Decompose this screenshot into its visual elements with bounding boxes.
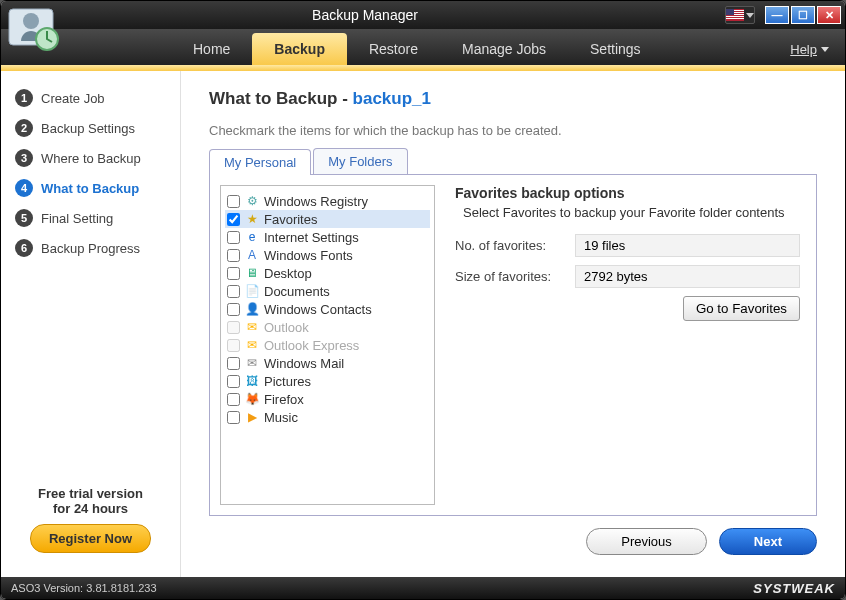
brand-text: SYSTWEAK (753, 581, 835, 596)
app-window: Backup Manager — ☐ ✕ Home Backup Restore… (0, 0, 846, 600)
svg-rect-9 (726, 9, 734, 15)
item-icon: 🖼 (244, 373, 260, 389)
go-to-favorites-button[interactable]: Go to Favorites (683, 296, 800, 321)
item-label: Internet Settings (264, 230, 359, 245)
backup-item-music[interactable]: ▶Music (225, 408, 430, 426)
item-icon: 📄 (244, 283, 260, 299)
body: 1Create Job2Backup Settings3Where to Bac… (1, 71, 845, 577)
step-number: 5 (15, 209, 33, 227)
item-icon: ✉ (244, 355, 260, 371)
page-instruction: Checkmark the items for which the backup… (209, 123, 817, 138)
favorites-count-label: No. of favorites: (455, 238, 575, 253)
backup-item-checkbox[interactable] (227, 357, 240, 370)
backup-item-outlook: ✉Outlook (225, 318, 430, 336)
favorites-count-value: 19 files (575, 234, 800, 257)
details-title: Favorites backup options (455, 185, 800, 201)
tab-restore[interactable]: Restore (347, 33, 440, 65)
page-heading: What to Backup - backup_1 (209, 89, 817, 109)
wizard-step-backup-settings[interactable]: 2Backup Settings (1, 113, 180, 143)
subtab-my-personal[interactable]: My Personal (209, 149, 311, 175)
backup-item-windows-registry[interactable]: ⚙Windows Registry (225, 192, 430, 210)
item-icon: 👤 (244, 301, 260, 317)
step-label: Backup Settings (41, 121, 135, 136)
register-button[interactable]: Register Now (30, 524, 151, 553)
step-number: 1 (15, 89, 33, 107)
app-logo-icon (7, 5, 67, 53)
maximize-button[interactable]: ☐ (791, 6, 815, 24)
main-panel: ⚙Windows Registry★FavoriteseInternet Set… (209, 174, 817, 516)
close-button[interactable]: ✕ (817, 6, 841, 24)
sidebar-footer: Free trial version for 24 hours Register… (1, 474, 180, 565)
backup-item-checkbox[interactable] (227, 249, 240, 262)
backup-item-favorites[interactable]: ★Favorites (225, 210, 430, 228)
item-label: Windows Fonts (264, 248, 353, 263)
wizard-step-where-to-backup[interactable]: 3Where to Backup (1, 143, 180, 173)
item-icon: ▶ (244, 409, 260, 425)
item-label: Windows Contacts (264, 302, 372, 317)
chevron-down-icon (821, 47, 829, 52)
sub-tabs: My Personal My Folders (209, 148, 817, 174)
tab-settings[interactable]: Settings (568, 33, 663, 65)
backup-item-pictures[interactable]: 🖼Pictures (225, 372, 430, 390)
item-label: Desktop (264, 266, 312, 281)
item-icon: A (244, 247, 260, 263)
item-icon: ⚙ (244, 193, 260, 209)
item-label: Favorites (264, 212, 317, 227)
backup-item-checkbox[interactable] (227, 213, 240, 226)
step-label: Final Setting (41, 211, 113, 226)
wizard-step-final-setting[interactable]: 5Final Setting (1, 203, 180, 233)
backup-item-windows-fonts[interactable]: AWindows Fonts (225, 246, 430, 264)
minimize-button[interactable]: — (765, 6, 789, 24)
backup-item-checkbox (227, 321, 240, 334)
item-icon: 🖥 (244, 265, 260, 281)
backup-item-desktop[interactable]: 🖥Desktop (225, 264, 430, 282)
details-pane: Favorites backup options Select Favorite… (449, 185, 806, 505)
backup-item-checkbox[interactable] (227, 375, 240, 388)
svg-point-1 (23, 13, 39, 29)
language-button[interactable] (725, 6, 755, 24)
backup-item-checkbox[interactable] (227, 231, 240, 244)
step-label: Where to Backup (41, 151, 141, 166)
backup-item-checkbox[interactable] (227, 393, 240, 406)
us-flag-icon (726, 9, 744, 21)
main-tabs: Home Backup Restore Manage Jobs Settings… (1, 29, 845, 65)
backup-item-checkbox[interactable] (227, 303, 240, 316)
wizard-step-what-to-backup[interactable]: 4What to Backup (1, 173, 180, 203)
backup-item-outlook-express: ✉Outlook Express (225, 336, 430, 354)
backup-item-windows-mail[interactable]: ✉Windows Mail (225, 354, 430, 372)
backup-item-firefox[interactable]: 🦊Firefox (225, 390, 430, 408)
favorites-size-label: Size of favorites: (455, 269, 575, 284)
wizard-step-backup-progress[interactable]: 6Backup Progress (1, 233, 180, 263)
backup-item-internet-settings[interactable]: eInternet Settings (225, 228, 430, 246)
item-label: Outlook (264, 320, 309, 335)
job-name: backup_1 (353, 89, 431, 108)
item-icon: ✉ (244, 319, 260, 335)
help-label: Help (790, 42, 817, 57)
chevron-down-icon (746, 13, 754, 18)
subtab-my-folders[interactable]: My Folders (313, 148, 407, 174)
svg-rect-8 (726, 18, 744, 19)
step-label: Backup Progress (41, 241, 140, 256)
tab-backup[interactable]: Backup (252, 33, 347, 65)
backup-item-checkbox[interactable] (227, 267, 240, 280)
item-icon: ★ (244, 211, 260, 227)
tab-manage-jobs[interactable]: Manage Jobs (440, 33, 568, 65)
tab-home[interactable]: Home (171, 33, 252, 65)
backup-item-checkbox[interactable] (227, 195, 240, 208)
window-title: Backup Manager (5, 7, 725, 23)
help-link[interactable]: Help (786, 34, 833, 65)
version-text: ASO3 Version: 3.81.8181.233 (11, 582, 157, 594)
backup-item-windows-contacts[interactable]: 👤Windows Contacts (225, 300, 430, 318)
item-label: Firefox (264, 392, 304, 407)
backup-item-checkbox[interactable] (227, 411, 240, 424)
heading-prefix: What to Backup - (209, 89, 353, 108)
next-button[interactable]: Next (719, 528, 817, 555)
item-icon: e (244, 229, 260, 245)
backup-item-documents[interactable]: 📄Documents (225, 282, 430, 300)
wizard-step-create-job[interactable]: 1Create Job (1, 83, 180, 113)
backup-items-list[interactable]: ⚙Windows Registry★FavoriteseInternet Set… (220, 185, 435, 505)
favorites-size-value: 2792 bytes (575, 265, 800, 288)
titlebar: Backup Manager — ☐ ✕ (1, 1, 845, 29)
backup-item-checkbox[interactable] (227, 285, 240, 298)
previous-button[interactable]: Previous (586, 528, 707, 555)
